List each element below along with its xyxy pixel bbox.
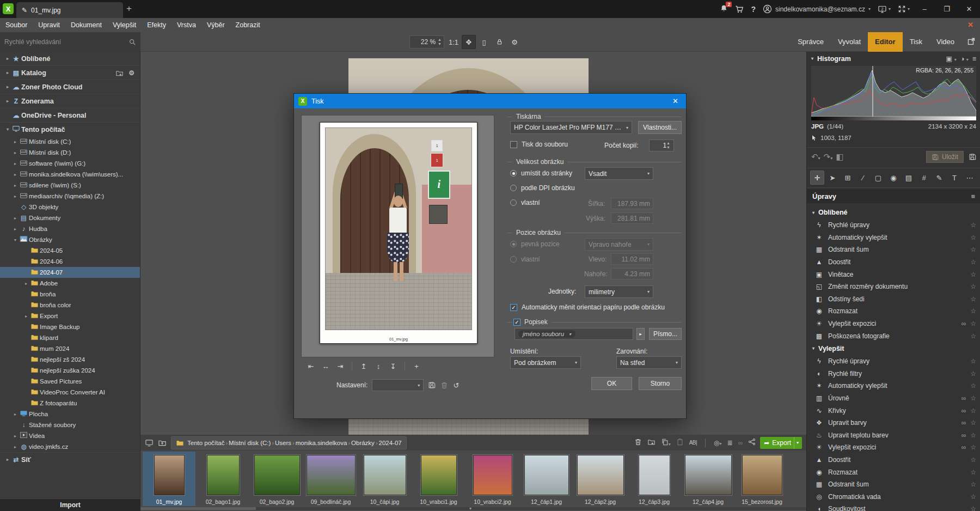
undo-button[interactable]: ↶▾: [811, 152, 820, 162]
adjustment-item[interactable]: ◉Rozmazat☆: [807, 466, 980, 478]
alignment-select[interactable]: Na střed▾: [616, 356, 682, 369]
adjustment-item[interactable]: ❖Upravit barvy∞☆: [807, 417, 980, 429]
menu-item-6[interactable]: Výběr: [201, 18, 230, 32]
thumbnail[interactable]: 10_vrabci2.jpg: [466, 452, 519, 506]
menu-item-1[interactable]: Upravit: [33, 18, 65, 32]
expand-arrow-icon[interactable]: ▸: [12, 445, 19, 449]
save-button[interactable]: Uložit: [926, 151, 964, 163]
sidebar-item[interactable]: ▸ZZonerama: [0, 94, 140, 108]
print-to-file-row[interactable]: Tisk do souboru: [510, 141, 568, 148]
expand-arrow-icon[interactable]: ▸: [23, 314, 29, 319]
custom-size-radio[interactable]: [510, 199, 517, 206]
sidebar-item[interactable]: 2024-06: [0, 256, 140, 267]
align-left-button[interactable]: ⇤: [305, 360, 317, 372]
notifications-button[interactable]: 2: [720, 4, 728, 14]
module-tab-správce[interactable]: Správce: [791, 32, 831, 52]
settings-preset-select[interactable]: ▾: [372, 379, 424, 391]
printer-select[interactable]: HP Color LaserJet Pro MFP M177 PCLmS▾: [510, 121, 632, 134]
favorite-star-icon[interactable]: ☆: [970, 271, 976, 278]
sidebar-item[interactable]: ▾Tento počítač: [0, 122, 140, 136]
expand-arrow-icon[interactable]: ▸: [4, 457, 11, 462]
dialog-close-icon[interactable]: ✕: [669, 97, 682, 105]
tool-brush[interactable]: ✎: [932, 171, 946, 185]
sidebar-item[interactable]: VideoProc Converter AI: [0, 387, 140, 398]
tool-crop[interactable]: ⊞: [841, 171, 855, 185]
breadcrumb-segment[interactable]: Users: [275, 440, 291, 446]
fit-mode-select[interactable]: Vsadit▾: [585, 167, 653, 180]
expand-arrow-icon[interactable]: ▾: [4, 127, 11, 132]
link-button[interactable]: ∞: [738, 439, 743, 447]
expand-arrow-icon[interactable]: ▸: [4, 56, 11, 61]
reset-button[interactable]: ↺: [453, 382, 459, 389]
favorite-star-icon[interactable]: ☆: [970, 419, 976, 427]
page-preview-button[interactable]: ▯: [477, 35, 491, 49]
sidebar-item[interactable]: nejlepší zuška 2024: [0, 365, 140, 376]
new-folder-icon[interactable]: [115, 69, 124, 77]
sidebar-item[interactable]: ☁OneDrive - Personal: [0, 108, 140, 122]
favorite-star-icon[interactable]: ☆: [970, 320, 976, 327]
thumbnail[interactable]: 01_mv.jpg: [143, 452, 195, 506]
print-dialog-titlebar[interactable]: X Tisk ✕: [294, 94, 686, 108]
zoom-plus-button[interactable]: +: [411, 360, 422, 372]
adjustment-item[interactable]: ✶Automaticky vylepšit☆: [807, 380, 980, 392]
expand-arrow-icon[interactable]: ▸: [4, 99, 11, 104]
tool-selection[interactable]: ▢: [871, 171, 885, 185]
breadcrumb-segment[interactable]: Místní disk (C:): [229, 440, 271, 446]
tool-more[interactable]: ⋯: [963, 171, 977, 185]
channels-button[interactable]: ◑ ▾: [960, 55, 969, 63]
sidebar-item[interactable]: ▸☁Zoner Photo Cloud: [0, 80, 140, 94]
thumbnail[interactable]: 12_čáp3.jpg: [628, 452, 681, 506]
thumbnail[interactable]: 12_čáp4.jpg: [682, 452, 734, 506]
favorite-star-icon[interactable]: ☆: [970, 258, 976, 266]
expand-arrow-icon[interactable]: ▸: [23, 281, 29, 286]
sidebar-item[interactable]: ▸software (\\wim) (G:): [0, 158, 140, 169]
menu-item-7[interactable]: Zobrazit: [230, 18, 266, 32]
adjustment-item[interactable]: ◉Rozmazat☆: [807, 305, 980, 318]
tool-clone[interactable]: ▤: [902, 171, 916, 185]
expand-arrow-icon[interactable]: ▸: [12, 434, 19, 439]
auto-orient-checkbox[interactable]: ✓: [510, 304, 517, 311]
thumbnail[interactable]: 15_bezorost.jpg: [736, 452, 788, 506]
account-menu[interactable]: sindelkovamonika@seznam.cz ▾: [763, 4, 871, 14]
adjustment-item[interactable]: ∿Křivky∞☆: [807, 404, 980, 417]
image-settings-button[interactable]: ⚙: [507, 35, 522, 49]
tool-red-eye[interactable]: ◉: [886, 171, 901, 185]
sidebar-item[interactable]: ▾Obrázky: [0, 234, 140, 245]
help-button[interactable]: ?: [751, 5, 756, 14]
rename-button[interactable]: AB|: [689, 440, 697, 446]
sidebar-item[interactable]: Z fotoaparátu: [0, 398, 140, 409]
sidebar-item[interactable]: broňa color: [0, 300, 140, 311]
expand-arrow-icon[interactable]: ▸: [12, 194, 19, 199]
redo-button[interactable]: ↷▾: [824, 152, 833, 162]
by-dpi-radio-row[interactable]: podle DPI obrázku: [510, 184, 575, 192]
adjustment-item[interactable]: ▥Úrovně∞☆: [807, 392, 980, 405]
import-button[interactable]: Import: [0, 498, 140, 511]
sidebar-item[interactable]: ▸★Oblíbené: [0, 52, 140, 65]
align-center-v-button[interactable]: ↕: [372, 360, 384, 372]
expand-arrow-icon[interactable]: ▸: [12, 161, 19, 166]
expand-arrow-icon[interactable]: ▸: [12, 412, 19, 417]
thumbnail[interactable]: 02_bago2.jpg: [250, 452, 303, 506]
fit-to-page-radio[interactable]: [510, 170, 517, 177]
thumbnail[interactable]: 10_vrabci1.jpg: [412, 452, 465, 506]
sidebar-item[interactable]: ▸mediaarchiv (\\qmedia) (Z:): [0, 191, 140, 202]
thumbnail[interactable]: 09_bodlináč.jpg: [304, 452, 357, 506]
expand-arrow-icon[interactable]: ▸: [4, 84, 11, 89]
fullscreen-button[interactable]: ▾: [898, 5, 910, 13]
sidebar-item[interactable]: Saved Pictures: [0, 376, 140, 387]
breadcrumb-segment[interactable]: 2024-07: [379, 440, 402, 446]
font-button[interactable]: Písmo...: [649, 328, 682, 340]
module-tab-tisk[interactable]: Tisk: [903, 32, 929, 52]
caption-token-field[interactable]: jméno souboru ▾: [514, 328, 633, 340]
browser-mode-icon[interactable]: [145, 439, 154, 447]
histogram-header[interactable]: ▾ Histogram ▣ ▾◑ ▾≡: [811, 54, 976, 63]
sidebar-item[interactable]: ▸◍video.jmkfs.cz: [0, 441, 140, 452]
expand-arrow-icon[interactable]: ▸: [12, 227, 19, 232]
adjustment-item[interactable]: ♨Upravit teplotu barev∞☆: [807, 429, 980, 442]
sidebar-item[interactable]: 2024-07: [0, 267, 140, 278]
by-dpi-radio[interactable]: [510, 185, 517, 191]
sidebar-item[interactable]: ▸▤Katalog⚙: [0, 65, 140, 80]
minimize-button[interactable]: –: [917, 5, 932, 13]
gear-icon[interactable]: ⚙: [128, 69, 134, 77]
adjustment-item[interactable]: ▦Odstranit šum☆: [807, 244, 980, 256]
